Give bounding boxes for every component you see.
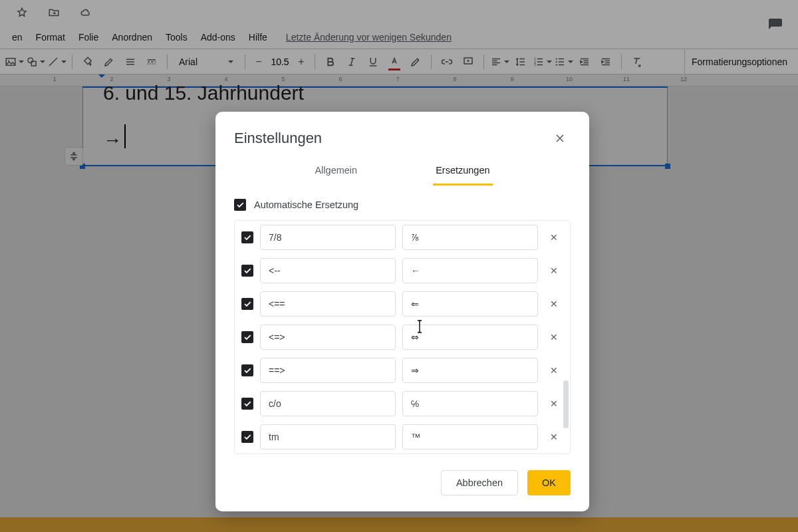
dialog-tabs: Allgemein Ersetzungen bbox=[215, 154, 589, 186]
delete-row-button[interactable]: ✕ bbox=[545, 299, 563, 309]
tab-general[interactable]: Allgemein bbox=[312, 158, 360, 186]
dialog-header: Einstellungen bbox=[215, 112, 589, 154]
cancel-button[interactable]: Abbrechen bbox=[441, 470, 518, 495]
substitution-row: ✕ bbox=[235, 354, 570, 387]
row-checkbox[interactable] bbox=[241, 364, 253, 376]
replace-from-input[interactable] bbox=[260, 291, 396, 317]
preferences-dialog: Einstellungen Allgemein Ersetzungen Auto… bbox=[215, 112, 589, 511]
replace-to-input[interactable] bbox=[402, 424, 538, 450]
replace-to-input[interactable] bbox=[402, 391, 538, 416]
replace-to-input[interactable] bbox=[402, 358, 538, 383]
delete-row-button[interactable]: ✕ bbox=[545, 332, 563, 342]
replace-to-input[interactable] bbox=[402, 325, 538, 350]
replace-to-input[interactable] bbox=[402, 291, 538, 317]
substitution-table: ✕✕✕✕✕✕✕ bbox=[234, 220, 571, 454]
delete-row-button[interactable]: ✕ bbox=[545, 365, 563, 376]
row-checkbox[interactable] bbox=[241, 298, 253, 310]
delete-row-button[interactable]: ✕ bbox=[545, 232, 563, 243]
replace-to-input[interactable] bbox=[402, 258, 538, 283]
substitution-row: ✕ bbox=[235, 387, 570, 420]
replace-from-input[interactable] bbox=[260, 225, 396, 250]
replace-to-input[interactable] bbox=[402, 225, 538, 250]
dialog-body: Automatische Ersetzung ✕✕✕✕✕✕✕ bbox=[215, 186, 589, 458]
replace-from-input[interactable] bbox=[260, 325, 396, 350]
row-checkbox[interactable] bbox=[241, 231, 253, 243]
auto-substitution-row: Automatische Ersetzung bbox=[234, 199, 571, 211]
replace-from-input[interactable] bbox=[260, 391, 396, 416]
substitution-row: ✕ bbox=[235, 287, 570, 321]
row-checkbox[interactable] bbox=[241, 331, 253, 343]
replace-from-input[interactable] bbox=[260, 358, 396, 383]
scrollbar-thumb[interactable] bbox=[563, 380, 569, 428]
delete-row-button[interactable]: ✕ bbox=[545, 398, 563, 409]
delete-row-button[interactable]: ✕ bbox=[545, 265, 563, 276]
replace-from-input[interactable] bbox=[260, 424, 396, 450]
auto-substitution-label: Automatische Ersetzung bbox=[254, 200, 358, 210]
substitution-row: ✕ bbox=[235, 420, 570, 454]
dialog-title: Einstellungen bbox=[234, 130, 322, 147]
tab-substitutions[interactable]: Ersetzungen bbox=[433, 158, 492, 186]
close-button[interactable] bbox=[549, 128, 571, 149]
substitution-row: ✕ bbox=[235, 221, 570, 254]
delete-row-button[interactable]: ✕ bbox=[545, 432, 563, 442]
dialog-footer: Abbrechen OK bbox=[215, 458, 589, 511]
substitution-row: ✕ bbox=[235, 254, 570, 287]
ok-button[interactable]: OK bbox=[527, 470, 571, 495]
auto-substitution-checkbox[interactable] bbox=[234, 199, 246, 211]
row-checkbox[interactable] bbox=[241, 398, 253, 410]
replace-from-input[interactable] bbox=[260, 258, 396, 283]
row-checkbox[interactable] bbox=[241, 265, 253, 277]
row-checkbox[interactable] bbox=[241, 431, 253, 443]
substitution-row: ✕ bbox=[235, 321, 570, 354]
